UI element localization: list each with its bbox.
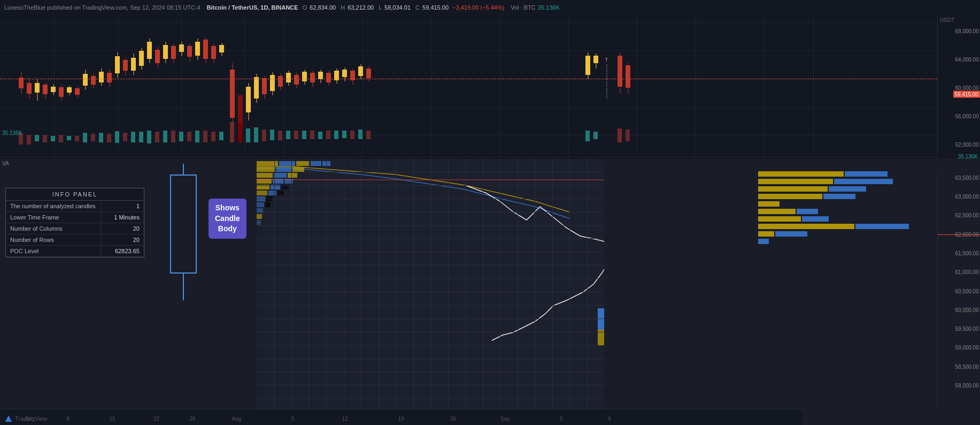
time-15: 15 [109, 416, 115, 422]
svg-rect-13 [67, 87, 72, 93]
svg-marker-195 [5, 415, 12, 422]
svg-rect-112 [131, 132, 135, 142]
svg-rect-65 [278, 76, 283, 87]
svg-rect-153 [276, 167, 291, 172]
svg-rect-145 [626, 130, 630, 141]
svg-text:↑: ↑ [605, 56, 608, 63]
svg-rect-130 [278, 131, 282, 140]
svg-rect-190 [758, 224, 854, 229]
svg-rect-69 [294, 75, 299, 85]
svg-rect-55 [238, 95, 243, 127]
svg-rect-175 [598, 308, 604, 330]
info-panel-label-3: Number of Rows [6, 234, 101, 245]
svg-rect-179 [758, 179, 833, 184]
svg-rect-157 [288, 173, 297, 178]
info-panel-value-1: 1 Minutes [101, 212, 144, 223]
time-sep: Sep [500, 416, 510, 422]
svg-rect-181 [758, 186, 828, 192]
svg-rect-169 [257, 202, 264, 207]
svg-rect-87 [366, 69, 371, 78]
svg-rect-95 [618, 56, 622, 87]
svg-rect-73 [310, 73, 315, 82]
high-label: H [341, 4, 345, 11]
svg-rect-47 [203, 40, 208, 59]
axis-currency-label: USDT [940, 17, 954, 23]
svg-rect-27 [123, 60, 128, 71]
info-panel-value-2: 20 [101, 223, 144, 234]
svg-rect-35 [155, 50, 160, 63]
svg-rect-188 [758, 216, 801, 222]
svg-rect-97 [626, 65, 630, 88]
svg-rect-67 [286, 73, 291, 82]
svg-rect-105 [75, 136, 79, 141]
va-price-63500: 63,500.00 [955, 174, 979, 180]
svg-rect-77 [326, 73, 331, 82]
svg-rect-192 [758, 231, 774, 237]
svg-rect-158 [257, 179, 272, 184]
info-panel-row-1: Lower Time Frame 1 Minutes [6, 212, 144, 223]
svg-rect-193 [775, 231, 807, 237]
svg-rect-121 [203, 131, 207, 142]
svg-rect-177 [758, 171, 844, 177]
svg-rect-102 [51, 136, 55, 141]
svg-rect-117 [171, 131, 175, 142]
svg-rect-106 [83, 133, 87, 142]
svg-rect-184 [823, 194, 855, 199]
svg-rect-110 [115, 131, 119, 143]
time-aug: Aug [232, 416, 242, 422]
svg-rect-183 [758, 194, 822, 199]
current-price-badge: 59,415.00 [953, 90, 981, 97]
vol-value: 35.136K [538, 4, 560, 11]
blue-candle-wick-top [183, 164, 184, 176]
svg-rect-136 [326, 131, 330, 139]
price-56000: 56,000.00 [955, 113, 979, 119]
svg-rect-155 [257, 173, 273, 178]
svg-rect-75 [318, 72, 323, 79]
info-panel-row-0: The number of analyzed candles 1 [6, 201, 144, 212]
svg-rect-59 [254, 77, 259, 98]
svg-rect-139 [350, 131, 354, 139]
ohlc-info: O 62,834.00 H 63,212.00 L 58,034.01 C 59… [303, 4, 505, 11]
svg-rect-170 [265, 202, 271, 207]
svg-rect-187 [797, 209, 818, 214]
svg-rect-11 [59, 87, 64, 97]
svg-rect-138 [342, 131, 346, 138]
svg-rect-1 [19, 78, 24, 88]
svg-rect-194 [758, 239, 769, 244]
svg-rect-53 [230, 70, 235, 118]
svg-rect-113 [139, 132, 143, 142]
va-price-60500: 60,500.00 [955, 288, 979, 294]
svg-rect-49 [211, 46, 216, 59]
svg-rect-129 [270, 130, 274, 140]
va-label: VA [2, 161, 9, 166]
va-chart: VA [0, 158, 980, 425]
time-12: 12 [342, 416, 348, 422]
svg-rect-149 [296, 161, 310, 166]
va-price-58500: 58,500.00 [955, 363, 979, 369]
svg-rect-116 [163, 131, 167, 142]
svg-rect-25 [115, 56, 120, 73]
svg-rect-85 [358, 66, 363, 76]
svg-rect-134 [310, 131, 314, 139]
svg-rect-182 [829, 186, 866, 192]
info-panel-value-4: 62823.65 [101, 246, 144, 256]
svg-rect-135 [318, 132, 322, 139]
svg-rect-21 [99, 72, 104, 82]
svg-rect-148 [279, 161, 295, 166]
time-26-aug: 26 [450, 416, 456, 422]
high-value: 63,212.00 [348, 4, 374, 11]
svg-rect-133 [302, 131, 306, 139]
svg-rect-99 [27, 135, 31, 145]
svg-rect-43 [187, 46, 192, 57]
svg-rect-89 [585, 56, 590, 75]
svg-rect-154 [292, 167, 304, 172]
info-panel-row-3: Number of Rows 20 [6, 234, 144, 246]
svg-rect-147 [257, 161, 278, 166]
info-panel-title: INFO PANEL [6, 188, 144, 201]
va-price-61000: 61,000.00 [955, 269, 979, 275]
svg-rect-115 [155, 132, 159, 142]
svg-rect-180 [834, 179, 893, 184]
svg-rect-118 [179, 132, 183, 141]
symbol-info: Bitcoin / TetherUS, 1D, BINANCE [207, 4, 298, 11]
info-panel-row-4: POC Level 62823.65 [6, 246, 144, 257]
